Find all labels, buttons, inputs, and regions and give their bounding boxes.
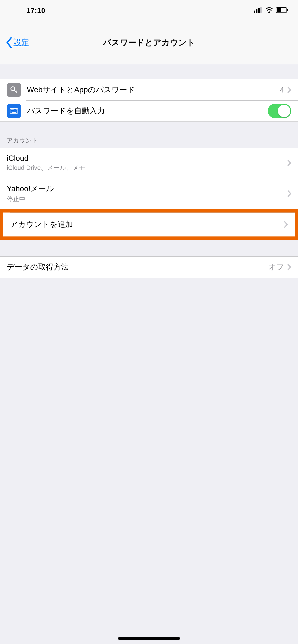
svg-rect-18 [12, 111, 13, 112]
account-title: iCloud [7, 154, 29, 163]
svg-rect-22 [12, 112, 16, 112]
chevron-right-icon [287, 160, 291, 166]
fetch-label: データの取得方法 [7, 262, 268, 272]
website-app-passwords-count: 4 [280, 86, 284, 94]
back-label: 設定 [14, 37, 29, 48]
account-row-icloud[interactable]: iCloud iCloud Drive、メール、メモ [0, 148, 298, 178]
svg-rect-13 [12, 110, 13, 110]
svg-rect-0 [254, 10, 255, 13]
cellular-icon [254, 7, 262, 14]
svg-rect-3 [260, 7, 262, 13]
svg-rect-21 [16, 111, 17, 112]
status-time: 17:10 [0, 6, 45, 14]
battery-icon [276, 7, 288, 14]
back-button[interactable]: 設定 [6, 37, 29, 48]
fetch-new-data-row[interactable]: データの取得方法 オフ [0, 256, 298, 278]
website-app-passwords-row[interactable]: WebサイトとAppのパスワード 4 [0, 79, 298, 100]
svg-rect-19 [14, 111, 14, 112]
svg-rect-15 [15, 110, 15, 110]
svg-rect-2 [258, 8, 260, 13]
svg-rect-16 [16, 110, 17, 110]
chevron-right-icon [287, 190, 291, 197]
account-title: Yahoo!メール [7, 184, 54, 194]
accounts-header: アカウント [0, 136, 298, 148]
website-app-passwords-label: WebサイトとAppのパスワード [27, 84, 280, 95]
keyboard-icon [7, 104, 21, 118]
add-account-row[interactable]: アカウントを追加 [3, 212, 295, 236]
fetch-section: データの取得方法 オフ [0, 256, 298, 278]
add-account-highlight: アカウントを追加 [0, 209, 298, 240]
account-subtitle: iCloud Drive、メール、メモ [7, 164, 85, 172]
svg-rect-14 [14, 110, 14, 110]
chevron-left-icon [6, 37, 13, 48]
svg-rect-6 [277, 8, 281, 12]
home-indicator[interactable] [118, 637, 180, 640]
toggle-knob [278, 105, 290, 117]
svg-rect-20 [15, 111, 15, 112]
accounts-section: iCloud iCloud Drive、メール、メモ Yahoo!メール 停止中… [0, 148, 298, 240]
account-subtitle: 停止中 [7, 195, 26, 204]
svg-rect-7 [287, 9, 288, 11]
account-row-yahoo[interactable]: Yahoo!メール 停止中 [0, 178, 298, 209]
status-bar: 17:10 [0, 0, 298, 21]
autofill-toggle[interactable] [268, 104, 291, 118]
password-section: WebサイトとAppのパスワード 4 パスワードを自動入力 [0, 79, 298, 122]
chevron-right-icon [287, 264, 291, 270]
svg-rect-17 [11, 111, 12, 112]
svg-rect-1 [256, 9, 257, 13]
chevron-right-icon [287, 86, 291, 93]
autofill-passwords-row[interactable]: パスワードを自動入力 [0, 100, 298, 122]
svg-point-4 [269, 12, 270, 13]
svg-line-10 [16, 91, 17, 92]
status-icons [254, 7, 288, 14]
wifi-icon [265, 7, 273, 14]
chevron-right-icon [284, 221, 288, 228]
page-title: パスワードとアカウント [0, 37, 298, 48]
nav-bar: 設定 パスワードとアカウント [0, 21, 298, 64]
key-icon [7, 83, 21, 97]
fetch-value: オフ [268, 262, 284, 272]
svg-rect-12 [11, 110, 12, 110]
autofill-passwords-label: パスワードを自動入力 [27, 106, 268, 116]
add-account-label: アカウントを追加 [10, 219, 288, 230]
